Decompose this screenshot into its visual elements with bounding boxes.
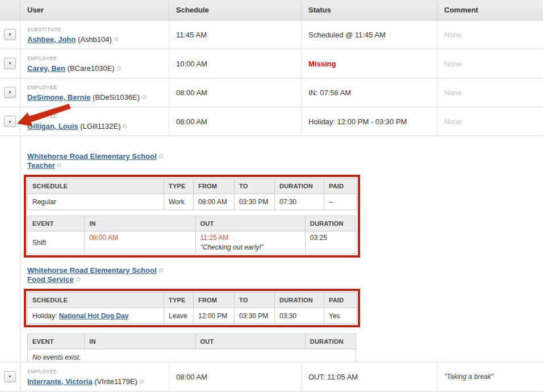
event-out-comment: "Checking out early!" — [201, 243, 300, 251]
expander-column-gutter — [0, 136, 20, 362]
user-role-label: EMPLOYEE — [27, 112, 127, 121]
collapse-row-button[interactable]: ▲ — [4, 116, 16, 127]
event-duration: 03:25 — [305, 231, 356, 254]
schedule-to: 03:30 PM — [235, 308, 275, 324]
event-table-row: Shift 08:00 AM 11:25 AM "Checking out ea… — [28, 231, 356, 254]
no-events-text: No events exist. — [28, 349, 356, 363]
detail-section-teacher: Whitehorse Road Elementary School Teache… — [24, 152, 543, 259]
chevron-down-icon: ▼ — [8, 61, 12, 65]
user-role-label: EMPLOYEE — [27, 54, 121, 63]
event-table: EVENT IN OUT DURATION Shift 08:00 AM 11:… — [27, 216, 356, 254]
table-row-expanded: ▲ EMPLOYEE Gilligan, Louis (LGill1132E) … — [0, 107, 543, 136]
user-id: (BCare1030E) — [68, 64, 115, 73]
school-link[interactable]: Whitehorse Road Elementary School — [27, 266, 157, 275]
schedule-table: SCHEDULE TYPE FROM TO DURATION PAID Regu… — [27, 178, 357, 210]
status-text-missing: Missing — [302, 49, 437, 78]
user-id: (VInte1179E) — [94, 377, 137, 386]
schedule-paid: Yes — [324, 308, 357, 324]
comment-text: None — [437, 20, 543, 49]
event-name: Shift — [28, 231, 85, 254]
event-table-empty-row: No events exist. — [28, 349, 356, 363]
highlight-box: SCHEDULE TYPE FROM TO DURATION PAID Regu… — [24, 175, 360, 258]
table-row: ▼ EMPLOYEE DeSimone, Bernie (BDeSi1036E)… — [0, 78, 543, 107]
table-row: ▼ EMPLOYEE Interrante, Victoria (VInte11… — [0, 363, 543, 391]
event-table: EVENT IN OUT DURATION No events exist. — [27, 334, 356, 363]
chevron-down-icon: ▼ — [8, 90, 12, 94]
attendance-page: User Schedule Status Comment ▼ SUBSTITUT… — [0, 0, 543, 392]
detail-circle-icon[interactable] — [140, 380, 144, 383]
user-name-link[interactable]: Carey, Ben — [27, 64, 65, 73]
status-text: Holiday: 12:00 PM - 03:30 PM — [302, 107, 437, 136]
schedule-time: 10:00 AM — [169, 49, 302, 78]
user-id: (LGill1132E) — [80, 122, 120, 130]
schedule-time: 08:00 AM — [169, 363, 302, 391]
schedule-type: Work — [164, 194, 194, 210]
detail-circle-icon[interactable] — [159, 154, 163, 158]
user-name-link[interactable]: Interrante, Victoria — [27, 377, 93, 386]
status-text: OUT: 11:05 AM — [302, 363, 437, 391]
expand-row-button[interactable]: ▼ — [4, 87, 16, 98]
detail-circle-icon[interactable] — [123, 124, 127, 128]
column-header-status: Status — [302, 0, 437, 20]
schedule-table: SCHEDULE TYPE FROM TO DURATION PAID Holi… — [27, 292, 357, 324]
schedule-time: 08:00 AM — [169, 107, 302, 136]
chevron-down-icon: ▼ — [8, 374, 12, 378]
comment-text: "Taking a break" — [437, 363, 543, 391]
school-link[interactable]: Whitehorse Road Elementary School — [27, 152, 157, 161]
chevron-down-icon: ▼ — [8, 32, 12, 36]
table-row: ▼ SUBSTITUTE Ashbee, John (Ashb104) 11:4… — [0, 20, 543, 49]
detail-section-food-service: Whitehorse Road Elementary School Food S… — [24, 266, 543, 363]
status-text: Scheduled @ 11:45 AM — [302, 20, 437, 49]
user-id: (Ashb104) — [78, 35, 112, 44]
schedule-paid: -- — [324, 194, 357, 210]
schedule-table-row: Holiday: National Hot Dog Day Leave 12:0… — [28, 308, 357, 324]
holiday-link[interactable]: National Hot Dog Day — [59, 312, 129, 320]
expand-row-button[interactable]: ▼ — [4, 58, 16, 69]
user-role-label: EMPLOYEE — [27, 83, 146, 92]
schedule-name: Holiday: National Hot Dog Day — [28, 308, 164, 324]
schedule-time: 08:00 AM — [169, 78, 302, 107]
comment-text: None — [437, 78, 543, 107]
user-role-label: EMPLOYEE — [27, 368, 144, 376]
detail-circle-icon[interactable] — [114, 37, 118, 41]
expand-row-button[interactable]: ▼ — [4, 29, 16, 40]
expander-column-header — [0, 0, 20, 20]
detail-circle-icon[interactable] — [117, 66, 121, 70]
schedule-time: 11:45 AM — [169, 20, 302, 49]
schedule-name: Regular — [28, 194, 164, 210]
chevron-up-icon: ▲ — [8, 119, 12, 123]
table-header-row: User Schedule Status Comment — [0, 0, 543, 20]
expand-row-button[interactable]: ▼ — [4, 371, 16, 382]
comment-text: None — [437, 107, 543, 136]
user-name-link[interactable]: DeSimone, Bernie — [27, 93, 90, 102]
schedule-table-row: Regular Work 08:00 AM 03:30 PM 07:30 -- — [28, 194, 357, 210]
schedule-from: 08:00 AM — [194, 194, 235, 210]
expanded-detail-panel: Whitehorse Road Elementary School Teache… — [0, 136, 543, 363]
schedule-table-header: SCHEDULE — [28, 179, 164, 194]
column-header-schedule: Schedule — [169, 0, 302, 20]
detail-circle-icon[interactable] — [142, 95, 146, 99]
user-name-link[interactable]: Ashbee, John — [27, 35, 76, 44]
status-text: IN: 07:58 AM — [302, 78, 437, 107]
detail-circle-icon[interactable] — [159, 268, 163, 272]
highlight-box: SCHEDULE TYPE FROM TO DURATION PAID Holi… — [24, 289, 360, 327]
comment-text: None — [437, 49, 543, 78]
schedule-from: 12:00 PM — [194, 308, 235, 324]
schedule-duration: 07:30 — [275, 194, 324, 210]
table-row: ▼ EMPLOYEE Carey, Ben (BCare1030E) 10:00… — [0, 49, 543, 78]
event-in-time: 08:00 AM — [89, 234, 118, 242]
column-header-user: User — [20, 0, 169, 20]
user-role-label: SUBSTITUTE — [27, 26, 118, 34]
event-out-time: 11:25 AM — [201, 234, 300, 242]
user-name-link[interactable]: Gilligan, Louis — [27, 122, 78, 130]
position-link[interactable]: Food Service — [27, 275, 74, 284]
schedule-duration: 03:30 — [275, 308, 324, 324]
schedule-to: 03:30 PM — [235, 194, 275, 210]
column-header-comment: Comment — [437, 0, 543, 20]
position-link[interactable]: Teacher — [27, 161, 55, 170]
schedule-type: Leave — [164, 308, 194, 324]
detail-circle-icon[interactable] — [57, 163, 61, 167]
user-id: (BDeSi1036E) — [93, 93, 140, 102]
detail-circle-icon[interactable] — [76, 277, 80, 281]
